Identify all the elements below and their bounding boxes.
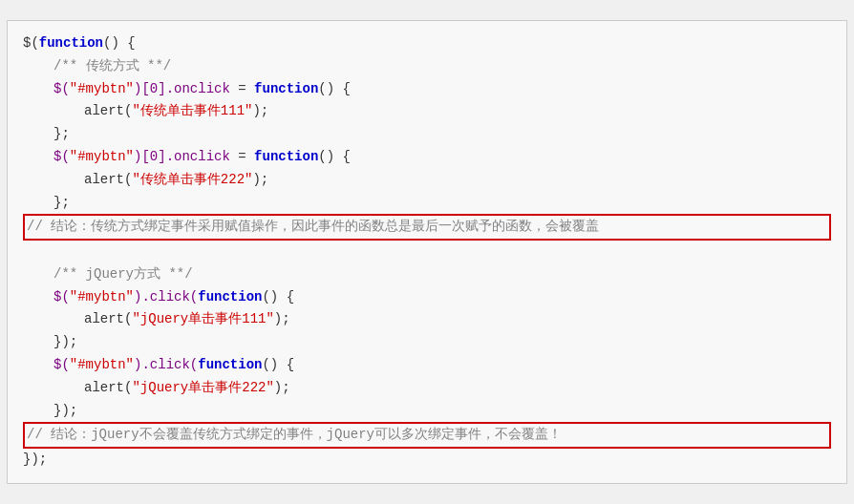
code-block: $(function() { /** 传统方式 **/ $("#mybtn")[… bbox=[7, 20, 847, 484]
code-line-11: /** jQuery方式 **/ bbox=[23, 263, 831, 286]
code-line-12: $("#mybtn").click(function() { bbox=[23, 286, 831, 309]
code-line-14: }); bbox=[23, 331, 831, 354]
code-line-9-highlight: // 结论：传统方式绑定事件采用赋值操作，因此事件的函数总是最后一次赋予的函数，… bbox=[23, 214, 831, 241]
code-line-10 bbox=[23, 241, 831, 263]
code-line-17: }); bbox=[23, 400, 831, 423]
code-line-6: $("#mybtn")[0].onclick = function() { bbox=[23, 146, 831, 169]
code-line-13: alert("jQuery单击事件111"); bbox=[23, 308, 831, 331]
code-line-2: /** 传统方式 **/ bbox=[23, 55, 831, 78]
code-line-7: alert("传统单击事件222"); bbox=[23, 169, 831, 192]
code-line-5: }; bbox=[23, 123, 831, 146]
code-line-18-highlight: // 结论：jQuery不会覆盖传统方式绑定的事件，jQuery可以多次绑定事件… bbox=[23, 422, 831, 449]
code-line-1: $(function() { bbox=[23, 32, 831, 55]
code-line-19: }); bbox=[23, 449, 831, 472]
code-line-4: alert("传统单击事件111"); bbox=[23, 100, 831, 123]
code-line-3: $("#mybtn")[0].onclick = function() { bbox=[23, 78, 831, 101]
code-line-8: }; bbox=[23, 192, 831, 215]
code-line-16: alert("jQuery单击事件222"); bbox=[23, 377, 831, 400]
code-line-15: $("#mybtn").click(function() { bbox=[23, 354, 831, 377]
